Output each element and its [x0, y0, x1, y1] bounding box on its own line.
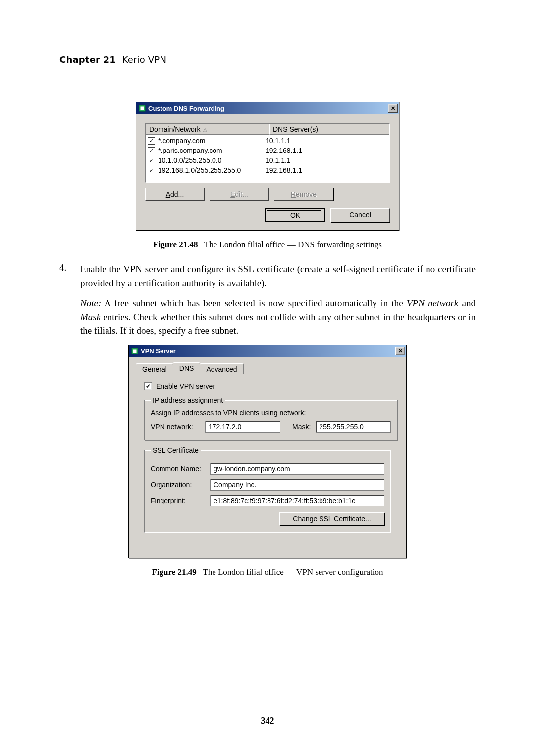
list-item-4: 4. Enable the VPN server and configure i… — [59, 262, 476, 338]
svg-rect-1 — [141, 107, 144, 110]
app-icon — [138, 104, 146, 112]
row-domain: *.paris.company.com — [158, 147, 222, 154]
app-icon — [131, 347, 139, 355]
col-header-servers-label: DNS Server(s) — [273, 125, 318, 133]
dialog-title: VPN Server — [141, 347, 395, 354]
ok-button[interactable]: OK — [265, 208, 325, 222]
figure-label: Figure 21.49 — [152, 567, 196, 577]
row-server: 10.1.1.1 — [266, 156, 387, 164]
list-item[interactable]: ✓192.168.1.0/255.255.255.0 192.168.1.1 — [146, 165, 389, 175]
fingerprint-label: Fingerprint: — [151, 497, 205, 504]
row-domain: *.company.com — [158, 137, 205, 145]
tab-dns[interactable]: DNS — [173, 362, 201, 374]
common-name-field: gw-london.company.com — [210, 463, 384, 475]
chapter-label: Chapter 21 — [59, 54, 116, 65]
enable-vpn-checkbox[interactable]: ✔ — [144, 382, 152, 390]
note-label: Note: — [80, 298, 101, 308]
ssl-cert-legend: SSL Certificate — [151, 446, 201, 454]
common-name-label: Common Name: — [151, 465, 205, 473]
paragraph: Enable the VPN server and configure its … — [80, 262, 476, 290]
dns-forwarding-dialog: Custom DNS Forwarding ✕ Domain/Network △… — [136, 102, 399, 231]
row-domain: 192.168.1.0/255.255.255.0 — [158, 166, 241, 174]
organization-label: Organization: — [151, 481, 205, 489]
col-header-domain[interactable]: Domain/Network △ — [146, 124, 269, 135]
figure-text: The London filial office — DNS forwardin… — [204, 240, 382, 249]
mask-input[interactable]: 255.255.255.0 — [316, 421, 391, 433]
row-server: 192.168.1.1 — [266, 147, 387, 154]
col-header-servers[interactable]: DNS Server(s) — [269, 124, 389, 135]
remove-button[interactable]: Remove — [274, 188, 333, 201]
vpn-server-dialog: VPN Server ✕ General DNS Advanced ✔ Enab… — [128, 345, 407, 558]
checkbox-icon[interactable]: ✓ — [148, 147, 155, 154]
close-icon[interactable]: ✕ — [388, 104, 398, 113]
chapter-header: Chapter 21 Kerio VPN — [59, 54, 476, 67]
chapter-title: Kerio VPN — [122, 54, 167, 65]
titlebar[interactable]: Custom DNS Forwarding ✕ — [136, 102, 399, 114]
row-domain: 10.1.0.0/255.255.0.0 — [158, 156, 221, 164]
ip-assignment-group: IP address assignment Assign IP addresse… — [144, 396, 397, 440]
close-icon[interactable]: ✕ — [395, 347, 405, 355]
row-server: 10.1.1.1 — [266, 137, 387, 145]
figure-label: Figure 21.48 — [153, 240, 198, 249]
dialog-title: Custom DNS Forwarding — [148, 105, 388, 112]
vpn-network-input[interactable]: 172.17.2.0 — [205, 421, 280, 433]
figure-caption: Figure 21.49 The London filial office — … — [59, 567, 476, 577]
tab-panel: ✔ Enable VPN server IP address assignmen… — [136, 374, 399, 549]
change-ssl-button[interactable]: Change SSL Certificate... — [279, 512, 384, 525]
sort-asc-icon: △ — [203, 127, 207, 132]
ip-assignment-legend: IP address assignment — [151, 396, 225, 404]
list-item[interactable]: ✓*.company.com 10.1.1.1 — [146, 136, 389, 146]
checkbox-icon[interactable]: ✓ — [148, 137, 155, 145]
mask-label: Mask: — [292, 423, 311, 431]
note-paragraph: Note: A free subnet which has been selec… — [80, 297, 476, 338]
edit-button[interactable]: Edit... — [210, 188, 269, 201]
list-header: Domain/Network △ DNS Server(s) — [146, 124, 389, 135]
row-server: 192.168.1.1 — [266, 166, 387, 174]
checkbox-icon[interactable]: ✓ — [148, 167, 155, 174]
cancel-button[interactable]: Cancel — [330, 208, 390, 222]
dns-list[interactable]: Domain/Network △ DNS Server(s) ✓*.compan… — [145, 123, 390, 183]
svg-rect-3 — [133, 349, 137, 353]
tabs: General DNS Advanced — [136, 362, 399, 374]
col-header-domain-label: Domain/Network — [149, 125, 200, 133]
figure-text: The London filial office — VPN server co… — [203, 567, 383, 577]
list-item[interactable]: ✓10.1.0.0/255.255.0.0 10.1.1.1 — [146, 155, 389, 165]
organization-field: Company Inc. — [210, 479, 384, 491]
ssl-cert-group: SSL Certificate Common Name: gw-london.c… — [144, 446, 391, 533]
vpn-network-label: VPN network: — [151, 423, 200, 431]
assign-label: Assign IP addresses to VPN clients using… — [151, 409, 391, 417]
fingerprint-field: e1:8f:89:7c:f9:97:87:6f:d2:74:ff:53:b9:b… — [210, 495, 384, 506]
enable-vpn-label: Enable VPN server — [156, 382, 215, 390]
list-number: 4. — [59, 262, 72, 338]
figure-caption: Figure 21.48 The London filial office — … — [59, 240, 476, 250]
page-number: 342 — [0, 716, 535, 726]
checkbox-icon[interactable]: ✓ — [148, 157, 155, 164]
add-button[interactable]: Add... — [145, 188, 205, 201]
list-item[interactable]: ✓*.paris.company.com 192.168.1.1 — [146, 146, 389, 155]
titlebar[interactable]: VPN Server ✕ — [129, 345, 406, 357]
